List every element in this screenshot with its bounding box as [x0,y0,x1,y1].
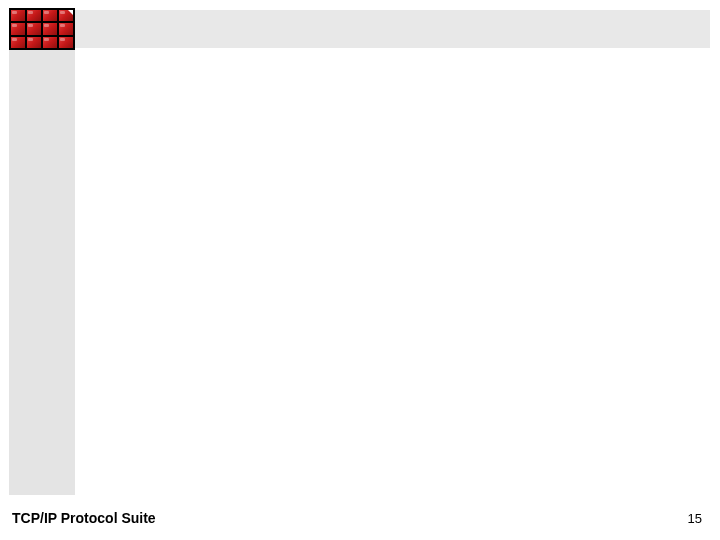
logo-cell [27,10,41,21]
header-pattern-band [75,10,710,48]
logo-cell [27,37,41,48]
logo-cell [43,10,57,21]
logo-cell [43,37,57,48]
grid-logo-icon [9,8,75,50]
logo-cell [59,37,73,48]
logo-cell [27,23,41,34]
logo-cell [11,10,25,21]
logo-cell [11,37,25,48]
footer-title: TCP/IP Protocol Suite [12,510,156,526]
left-sidebar-band [9,50,75,495]
logo-cell [11,23,25,34]
logo-cell [59,23,73,34]
logo-cell [59,10,73,21]
logo-cell [43,23,57,34]
page-number: 15 [688,511,702,526]
